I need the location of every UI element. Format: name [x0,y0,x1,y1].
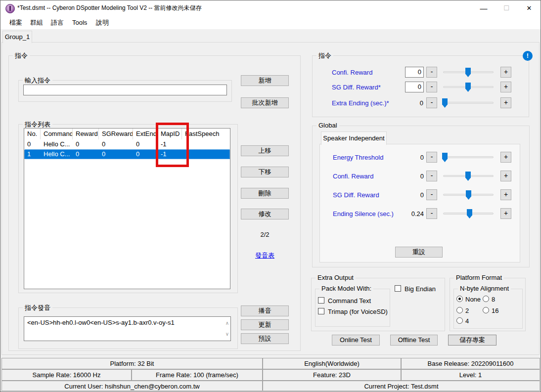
extra-ending-value: 0 [401,99,423,107]
update-button[interactable]: 更新 [241,319,289,330]
command-text-checkbox[interactable] [318,297,324,304]
tab-speaker-independent[interactable]: Speaker Independent [321,131,387,145]
batch-add-button[interactable]: 批次新增 [241,97,289,108]
platform-format-label: Platform Format [454,274,504,281]
col-no[interactable]: No. [24,129,41,139]
global-sg-diff-reward-value: 0 [401,191,424,199]
move-down-button[interactable]: 下移 [241,167,289,177]
title-bar: *Test.dsmt -- Cyberon DSpotter Modeling … [0,0,541,16]
modify-button[interactable]: 修改 [241,209,289,219]
pronunciation-table-link[interactable]: 發音表 [255,252,274,259]
scroll-down-icon[interactable]: ∨ [225,332,229,337]
command-input[interactable] [23,85,227,95]
confi-reward-value[interactable]: 0 [405,67,424,78]
col-sgreward[interactable]: SGReward [99,129,133,139]
close-icon[interactable]: ✕ [518,0,541,16]
input-command-label: 輸入指令 [23,76,52,85]
global-sg-diff-reward-minus-button[interactable]: - [426,189,437,200]
save-project-button[interactable]: 儲存專案 [448,335,496,346]
online-test-button[interactable]: Online Test [332,335,380,346]
trimap-label: Trimap (for VoiceSD) [328,308,388,315]
trimap-checkbox[interactable] [318,308,324,314]
status-current-project: Current Project: Test.dsmt [263,381,540,391]
pronunciation-textarea[interactable]: <en-US>hh-eh0.l-ow0<en-US>s-ay1.b-axr0.v… [24,316,231,341]
pronunciation-label: 指令發音 [23,304,52,312]
confi-reward-minus-button[interactable]: - [426,67,437,78]
global-confi-reward-label: Confi. Reward [333,173,373,180]
col-fastspeech[interactable]: FastSpeech [182,129,230,139]
tab-group-1[interactable]: Group_1 [2,31,32,43]
radio-8[interactable] [483,296,489,302]
radio-none-label: None [465,296,481,303]
app-icon [5,4,15,13]
global-confi-reward-plus-button[interactable]: + [500,171,511,181]
cell: 0 [73,139,99,149]
info-icon[interactable]: ! [523,51,533,61]
window-title: *Test.dsmt -- Cyberon DSpotter Modeling … [17,0,202,16]
energy-threshold-value: 0 [401,154,424,161]
sg-diff-reward-label: SG Diff. Reward* [332,84,381,91]
add-button[interactable]: 新增 [241,75,289,86]
global-sg-diff-reward-plus-button[interactable]: + [500,189,511,200]
cell: 0 [24,139,41,149]
col-reward[interactable]: Reward [73,129,99,139]
scroll-up-icon[interactable]: ∧ [225,321,229,326]
radio-2[interactable] [456,307,463,313]
cell: 0 [99,139,133,149]
cell: 0 [133,139,158,149]
table-header: No. Command Reward SGReward ExtEnd MapID… [24,129,230,139]
mapid-annotation-box [156,123,189,167]
cell: Hello C... [41,139,73,149]
ending-silence-label: Ending Silence (sec.) [333,210,394,218]
default-button[interactable]: 預設 [241,333,289,344]
extra-ending-minus-button[interactable]: - [426,97,437,108]
table-row-selected[interactable]: 1 Hello C... 0 0 0 -1 [24,149,230,159]
command-table[interactable]: No. Command Reward SGReward ExtEnd MapID… [24,128,230,289]
menu-group[interactable]: 群組 [27,16,46,29]
col-extend[interactable]: ExtEnd [133,129,158,139]
confi-reward-plus-button[interactable]: + [500,67,511,78]
pronunciation-table-link-wrap: 發音表 [241,251,289,260]
ending-silence-value: 0.24 [401,210,424,218]
energy-threshold-slider[interactable] [443,156,494,158]
radio-16[interactable] [483,307,489,313]
global-sg-diff-reward-label: SG Diff. Reward [333,191,379,199]
energy-threshold-label: Energy Threshold [333,154,383,161]
radio-2-label: 2 [465,307,469,314]
status-feature: Feature: 23D [263,369,401,381]
status-platform: Platform: 32 Bit [1,358,263,369]
menu-language[interactable]: 語言 [48,16,67,29]
big-endian-checkbox[interactable] [395,285,401,292]
table-row[interactable]: 0 Hello C... 0 0 0 -1 [24,139,230,149]
offline-test-button[interactable]: Offline Test [390,335,438,346]
app-window: *Test.dsmt -- Cyberon DSpotter Modeling … [0,0,541,392]
ending-silence-plus-button[interactable]: + [500,208,511,219]
menu-file[interactable]: 檔案 [6,16,25,29]
play-button[interactable]: 播音 [241,305,289,316]
extra-ending-slider[interactable] [443,102,494,104]
menu-tools[interactable]: Tools [69,16,90,29]
global-group-label: Global [316,122,339,129]
sg-diff-reward-minus-button[interactable]: - [426,82,437,92]
radio-none[interactable] [456,296,463,302]
status-frame-rate: Frame Rate: 100 (frame/sec) [132,369,263,381]
col-command[interactable]: Command [41,129,73,139]
global-confi-reward-minus-button[interactable]: - [426,171,437,181]
menu-help[interactable]: 說明 [93,16,112,29]
minimize-icon[interactable]: — [472,0,495,16]
status-sample-rate: Sample Rate: 16000 Hz [1,369,132,381]
delete-button[interactable]: 刪除 [241,188,289,199]
energy-threshold-plus-button[interactable]: + [500,152,511,163]
extra-ending-label: Extra Ending (sec.)* [332,99,389,107]
radio-8-label: 8 [492,296,495,303]
radio-4[interactable] [456,317,463,324]
extra-ending-plus-button[interactable]: + [500,97,511,108]
sg-diff-reward-plus-button[interactable]: + [500,82,511,92]
ending-silence-minus-button[interactable]: - [426,208,437,219]
reset-button[interactable]: 重設 [395,247,443,258]
move-up-button[interactable]: 上移 [241,145,289,156]
sg-diff-reward-value[interactable]: 0 [405,82,424,92]
energy-threshold-minus-button[interactable]: - [426,152,437,163]
radio-4-label: 4 [465,317,469,325]
cell: Hello C... [41,149,73,159]
